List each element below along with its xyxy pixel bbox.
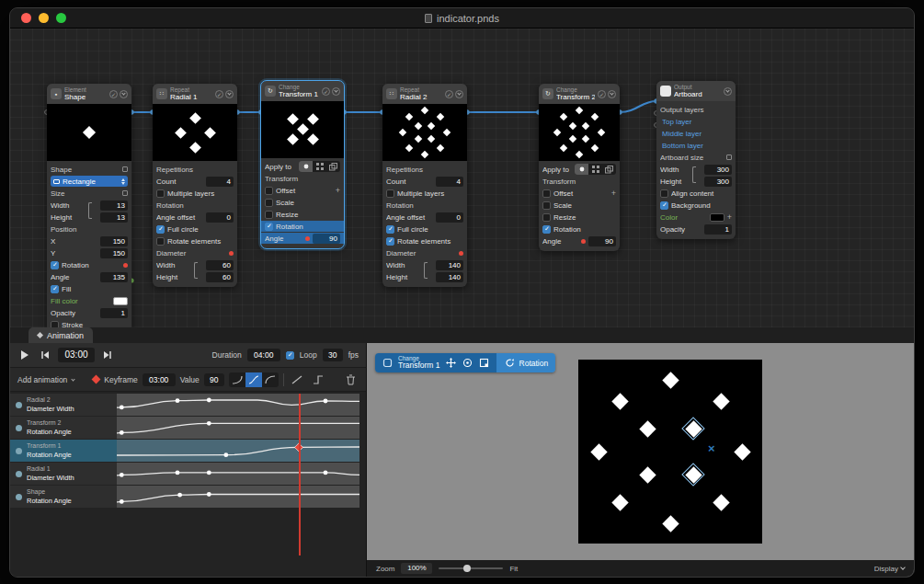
angle-offset-input[interactable]: 0 bbox=[206, 212, 234, 223]
timeline-playhead[interactable] bbox=[299, 394, 301, 555]
track-label[interactable]: ShapeRotation Angle bbox=[10, 486, 117, 508]
count-input[interactable]: 4 bbox=[436, 177, 463, 187]
diameter-width-input[interactable]: 60 bbox=[206, 260, 234, 270]
diameter-height-input[interactable]: 140 bbox=[436, 272, 463, 282]
angle-input[interactable]: 90 bbox=[588, 236, 616, 246]
node-enable-toggle[interactable]: ✓ bbox=[215, 90, 223, 98]
apply-to-segmented[interactable] bbox=[299, 161, 340, 172]
angle-offset-input[interactable]: 0 bbox=[436, 212, 463, 223]
opacity-input[interactable]: 1 bbox=[100, 308, 128, 318]
node-header[interactable]: ↻ Change Transform 1 ✓ bbox=[261, 81, 344, 101]
node-enable-toggle[interactable]: ✓ bbox=[445, 90, 453, 98]
multiple-layers-checkbox[interactable] bbox=[156, 189, 165, 198]
track-curve[interactable] bbox=[117, 440, 359, 462]
angle-input[interactable]: 90 bbox=[313, 234, 340, 244]
width-input[interactable]: 13 bbox=[100, 200, 128, 211]
node-radial-2[interactable]: ∷ Repeat Radial 2 ✓ bbox=[382, 84, 467, 287]
top-layer-slot[interactable]: Top layer bbox=[662, 118, 732, 126]
node-collapse-toggle[interactable] bbox=[120, 90, 128, 98]
hold-button[interactable] bbox=[310, 372, 326, 387]
background-checkbox[interactable] bbox=[660, 201, 668, 210]
scale-checkbox[interactable] bbox=[542, 201, 551, 210]
move-tool-icon[interactable] bbox=[445, 357, 457, 369]
bottom-layer-slot[interactable]: Bottom layer bbox=[662, 142, 732, 150]
zoom-value-field[interactable]: 100% bbox=[401, 563, 432, 574]
node-collapse-toggle[interactable] bbox=[724, 87, 732, 96]
display-dropdown[interactable]: Display bbox=[874, 565, 905, 573]
node-enable-toggle[interactable]: ✓ bbox=[109, 90, 118, 98]
preview-panel[interactable]: Change Transform 1 Rotation bbox=[367, 343, 914, 577]
skip-to-start-button[interactable] bbox=[38, 348, 52, 362]
node-header[interactable]: ↻ Change Transform 2 ✓ bbox=[539, 84, 620, 104]
full-circle-checkbox[interactable] bbox=[156, 225, 165, 234]
node-collapse-toggle[interactable] bbox=[455, 90, 463, 98]
keyframe-time-field[interactable]: 03:00 bbox=[143, 373, 176, 386]
node-radial-1[interactable]: ∷ Repeat Radial 1 ✓ Repetitions Count4 bbox=[153, 84, 237, 287]
rotate-elements-checkbox[interactable] bbox=[386, 237, 394, 246]
node-header[interactable]: ▪ Element Shape ✓ bbox=[47, 84, 131, 104]
scale-tool-icon[interactable] bbox=[462, 357, 473, 369]
duration-field[interactable]: 04:00 bbox=[247, 349, 280, 361]
full-circle-checkbox[interactable] bbox=[386, 225, 394, 234]
add-color-icon[interactable]: + bbox=[727, 213, 732, 222]
ease-button[interactable] bbox=[245, 372, 262, 387]
zoom-slider-thumb[interactable] bbox=[463, 565, 471, 572]
track-row[interactable]: Radial 2Diameter Width bbox=[10, 394, 366, 416]
node-shape[interactable]: ▪ Element Shape ✓ Shape Rectangle Size W… bbox=[47, 84, 131, 335]
x-input[interactable]: 150 bbox=[100, 236, 128, 246]
artboard-preview[interactable]: × bbox=[578, 360, 762, 544]
track-curve[interactable] bbox=[117, 463, 359, 485]
background-color-swatch[interactable] bbox=[710, 213, 724, 222]
section-options-icon[interactable] bbox=[726, 155, 732, 160]
title-bar[interactable]: indicator.pnds bbox=[10, 8, 914, 29]
diameter-height-input[interactable]: 60 bbox=[206, 272, 234, 282]
ease-in-button[interactable] bbox=[229, 372, 245, 387]
track-row[interactable]: Transform 1Rotation Angle bbox=[10, 440, 366, 462]
scale-checkbox[interactable] bbox=[265, 199, 273, 207]
node-header[interactable]: ∷ Repeat Radial 2 ✓ bbox=[382, 84, 467, 104]
node-header[interactable]: Output Artboard bbox=[656, 81, 736, 101]
angle-input[interactable]: 135 bbox=[100, 272, 128, 282]
track-curve[interactable] bbox=[117, 486, 359, 508]
loop-checkbox[interactable] bbox=[286, 351, 294, 360]
resize-checkbox[interactable] bbox=[542, 213, 551, 222]
node-transform-2[interactable]: ↻ Change Transform 2 ✓ bbox=[539, 84, 620, 251]
artboard-height-input[interactable]: 300 bbox=[704, 177, 732, 187]
track-row[interactable]: Transform 2Rotation Angle bbox=[10, 417, 366, 439]
track-label[interactable]: Radial 1Diameter Width bbox=[10, 463, 117, 485]
artboard-width-input[interactable]: 300 bbox=[704, 165, 732, 175]
rotation-mode-segment[interactable]: Rotation bbox=[496, 353, 556, 372]
fit-button[interactable]: Fit bbox=[509, 565, 518, 573]
count-input[interactable]: 4 bbox=[206, 177, 234, 187]
fill-checkbox[interactable] bbox=[51, 285, 59, 293]
add-offset-icon[interactable]: + bbox=[336, 187, 340, 195]
middle-layer-slot[interactable]: Middle layer bbox=[662, 130, 732, 138]
selection-handle[interactable] bbox=[681, 417, 704, 440]
current-time-field[interactable]: 03:00 bbox=[58, 348, 95, 362]
tab-animation[interactable]: Animation bbox=[29, 327, 93, 343]
track-label[interactable]: Transform 1Rotation Angle bbox=[10, 440, 117, 462]
delete-keyframe-button[interactable] bbox=[342, 372, 359, 387]
ease-out-button[interactable] bbox=[262, 372, 279, 387]
y-input[interactable]: 150 bbox=[100, 248, 128, 258]
zoom-slider[interactable] bbox=[439, 567, 503, 569]
skip-to-end-button[interactable] bbox=[100, 348, 115, 362]
keyframe-value-field[interactable]: 90 bbox=[204, 373, 224, 386]
align-content-checkbox[interactable] bbox=[660, 189, 668, 198]
track-row[interactable]: ShapeRotation Angle bbox=[10, 486, 366, 508]
apply-to-segmented[interactable] bbox=[575, 164, 616, 175]
offset-checkbox[interactable] bbox=[265, 187, 273, 195]
node-canvas[interactable]: ▪ Element Shape ✓ Shape Rectangle Size W… bbox=[10, 29, 914, 327]
node-header[interactable]: ∷ Repeat Radial 1 ✓ bbox=[153, 84, 237, 104]
track-label[interactable]: Radial 2Diameter Width bbox=[10, 394, 117, 416]
rotate-elements-checkbox[interactable] bbox=[156, 237, 165, 246]
track-label[interactable]: Transform 2Rotation Angle bbox=[10, 417, 117, 439]
section-options-icon[interactable] bbox=[122, 190, 128, 196]
track-curve[interactable] bbox=[117, 417, 359, 439]
rotation-checkbox[interactable] bbox=[542, 225, 551, 234]
track-curve[interactable] bbox=[117, 394, 359, 416]
add-offset-icon[interactable]: + bbox=[611, 189, 616, 198]
node-collapse-toggle[interactable] bbox=[225, 90, 234, 98]
shape-type-dropdown[interactable]: Rectangle bbox=[51, 176, 128, 187]
rotation-checkbox[interactable] bbox=[265, 223, 273, 231]
